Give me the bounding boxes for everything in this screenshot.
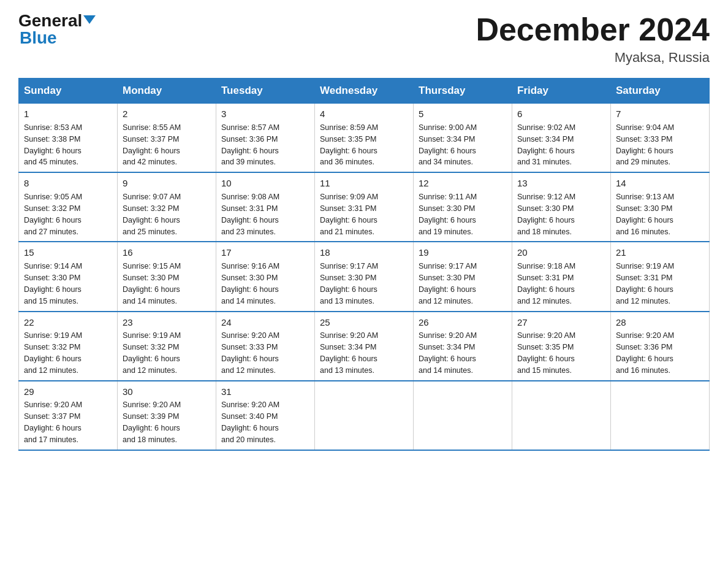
day-number: 19 (419, 246, 507, 259)
calendar-cell: 4Sunrise: 8:59 AMSunset: 3:35 PMDaylight… (315, 104, 414, 173)
calendar-cell: 27Sunrise: 9:20 AMSunset: 3:35 PMDayligh… (512, 312, 611, 381)
calendar-cell (315, 381, 414, 450)
day-info: Sunrise: 9:20 AMSunset: 3:40 PMDaylight:… (221, 400, 279, 444)
calendar-cell: 8Sunrise: 9:05 AMSunset: 3:32 PMDaylight… (19, 172, 118, 242)
calendar-cell: 12Sunrise: 9:11 AMSunset: 3:30 PMDayligh… (414, 172, 512, 242)
day-info: Sunrise: 9:18 AMSunset: 3:31 PMDaylight:… (517, 262, 575, 305)
calendar-cell: 15Sunrise: 9:14 AMSunset: 3:30 PMDayligh… (19, 242, 118, 311)
day-number: 18 (320, 246, 408, 259)
day-number: 27 (517, 316, 605, 329)
calendar-body: 1Sunrise: 8:53 AMSunset: 3:38 PMDaylight… (19, 104, 710, 450)
page-title: December 2024 (476, 12, 710, 47)
calendar-cell: 22Sunrise: 9:19 AMSunset: 3:32 PMDayligh… (19, 312, 118, 381)
day-info: Sunrise: 9:20 AMSunset: 3:39 PMDaylight:… (123, 400, 181, 444)
header-saturday: Saturday (611, 79, 710, 104)
day-info: Sunrise: 8:57 AMSunset: 3:36 PMDaylight:… (221, 123, 279, 167)
day-info: Sunrise: 9:04 AMSunset: 3:33 PMDaylight:… (616, 123, 674, 167)
calendar-cell: 1Sunrise: 8:53 AMSunset: 3:38 PMDaylight… (19, 104, 118, 173)
day-info: Sunrise: 9:07 AMSunset: 3:32 PMDaylight:… (123, 193, 181, 236)
day-number: 14 (616, 177, 704, 190)
calendar-cell: 30Sunrise: 9:20 AMSunset: 3:39 PMDayligh… (118, 381, 216, 450)
day-number: 7 (616, 107, 704, 121)
day-number: 3 (221, 107, 309, 121)
calendar-week-3: 22Sunrise: 9:19 AMSunset: 3:32 PMDayligh… (19, 312, 710, 381)
calendar-cell: 11Sunrise: 9:09 AMSunset: 3:31 PMDayligh… (315, 172, 414, 242)
logo-general-text: General (18, 12, 82, 29)
day-number: 9 (123, 177, 211, 190)
day-info: Sunrise: 9:05 AMSunset: 3:32 PMDaylight:… (24, 193, 82, 236)
calendar-cell: 17Sunrise: 9:16 AMSunset: 3:30 PMDayligh… (216, 242, 315, 311)
calendar-cell: 6Sunrise: 9:02 AMSunset: 3:34 PMDaylight… (512, 104, 611, 173)
calendar-cell: 10Sunrise: 9:08 AMSunset: 3:31 PMDayligh… (216, 172, 315, 242)
calendar-cell: 26Sunrise: 9:20 AMSunset: 3:34 PMDayligh… (414, 312, 512, 381)
day-number: 8 (24, 177, 112, 190)
page-header: General Blue December 2024 Myaksa, Russi… (18, 12, 710, 66)
day-number: 26 (419, 316, 507, 329)
day-number: 25 (320, 316, 408, 329)
calendar-table: SundayMondayTuesdayWednesdayThursdayFrid… (18, 78, 710, 451)
day-number: 2 (123, 107, 211, 121)
day-info: Sunrise: 9:20 AMSunset: 3:36 PMDaylight:… (616, 331, 674, 375)
day-number: 11 (320, 177, 408, 190)
calendar-cell: 5Sunrise: 9:00 AMSunset: 3:34 PMDaylight… (414, 104, 512, 173)
day-info: Sunrise: 8:59 AMSunset: 3:35 PMDaylight:… (320, 123, 378, 167)
header-tuesday: Tuesday (216, 79, 315, 104)
calendar-cell: 14Sunrise: 9:13 AMSunset: 3:30 PMDayligh… (611, 172, 710, 242)
day-info: Sunrise: 9:17 AMSunset: 3:30 PMDaylight:… (320, 262, 378, 305)
header-thursday: Thursday (414, 79, 512, 104)
title-block: December 2024 Myaksa, Russia (476, 12, 710, 66)
calendar-cell: 31Sunrise: 9:20 AMSunset: 3:40 PMDayligh… (216, 381, 315, 450)
header-monday: Monday (118, 79, 216, 104)
day-info: Sunrise: 9:19 AMSunset: 3:31 PMDaylight:… (616, 262, 674, 305)
day-number: 12 (419, 177, 507, 190)
day-info: Sunrise: 9:17 AMSunset: 3:30 PMDaylight:… (419, 262, 477, 305)
day-info: Sunrise: 9:08 AMSunset: 3:31 PMDaylight:… (221, 193, 279, 236)
day-number: 17 (221, 246, 309, 259)
day-info: Sunrise: 9:12 AMSunset: 3:30 PMDaylight:… (517, 193, 575, 236)
day-info: Sunrise: 8:55 AMSunset: 3:37 PMDaylight:… (123, 123, 181, 167)
calendar-week-0: 1Sunrise: 8:53 AMSunset: 3:38 PMDaylight… (19, 104, 710, 173)
day-number: 13 (517, 177, 605, 190)
day-number: 29 (24, 385, 112, 399)
calendar-cell: 24Sunrise: 9:20 AMSunset: 3:33 PMDayligh… (216, 312, 315, 381)
day-number: 16 (123, 246, 211, 259)
day-number: 28 (616, 316, 704, 329)
day-info: Sunrise: 9:14 AMSunset: 3:30 PMDaylight:… (24, 262, 82, 305)
day-number: 10 (221, 177, 309, 190)
header-wednesday: Wednesday (315, 79, 414, 104)
calendar-cell: 13Sunrise: 9:12 AMSunset: 3:30 PMDayligh… (512, 172, 611, 242)
day-number: 20 (517, 246, 605, 259)
calendar-cell: 21Sunrise: 9:19 AMSunset: 3:31 PMDayligh… (611, 242, 710, 311)
header-sunday: Sunday (19, 79, 118, 104)
calendar-cell (414, 381, 512, 450)
day-info: Sunrise: 9:09 AMSunset: 3:31 PMDaylight:… (320, 193, 378, 236)
day-number: 23 (123, 316, 211, 329)
calendar-cell (512, 381, 611, 450)
logo-triangle-icon (83, 15, 96, 24)
day-number: 30 (123, 385, 211, 399)
day-info: Sunrise: 9:02 AMSunset: 3:34 PMDaylight:… (517, 123, 575, 167)
calendar-cell: 29Sunrise: 9:20 AMSunset: 3:37 PMDayligh… (19, 381, 118, 450)
day-info: Sunrise: 9:20 AMSunset: 3:34 PMDaylight:… (419, 331, 477, 375)
page-subtitle: Myaksa, Russia (476, 50, 710, 66)
header-row: SundayMondayTuesdayWednesdayThursdayFrid… (19, 79, 710, 104)
calendar-cell: 7Sunrise: 9:04 AMSunset: 3:33 PMDaylight… (611, 104, 710, 173)
calendar-cell: 25Sunrise: 9:20 AMSunset: 3:34 PMDayligh… (315, 312, 414, 381)
day-number: 15 (24, 246, 112, 259)
day-info: Sunrise: 9:11 AMSunset: 3:30 PMDaylight:… (419, 193, 477, 236)
day-info: Sunrise: 9:00 AMSunset: 3:34 PMDaylight:… (419, 123, 477, 167)
calendar-cell: 20Sunrise: 9:18 AMSunset: 3:31 PMDayligh… (512, 242, 611, 311)
calendar-cell: 9Sunrise: 9:07 AMSunset: 3:32 PMDaylight… (118, 172, 216, 242)
day-number: 5 (419, 107, 507, 121)
logo: General Blue (18, 12, 96, 47)
calendar-cell: 28Sunrise: 9:20 AMSunset: 3:36 PMDayligh… (611, 312, 710, 381)
day-info: Sunrise: 9:20 AMSunset: 3:37 PMDaylight:… (24, 400, 82, 444)
day-number: 21 (616, 246, 704, 259)
calendar-cell: 23Sunrise: 9:19 AMSunset: 3:32 PMDayligh… (118, 312, 216, 381)
day-number: 22 (24, 316, 112, 329)
calendar-cell: 3Sunrise: 8:57 AMSunset: 3:36 PMDaylight… (216, 104, 315, 173)
day-info: Sunrise: 9:16 AMSunset: 3:30 PMDaylight:… (221, 262, 279, 305)
day-info: Sunrise: 9:19 AMSunset: 3:32 PMDaylight:… (123, 331, 181, 375)
day-number: 6 (517, 107, 605, 121)
day-info: Sunrise: 8:53 AMSunset: 3:38 PMDaylight:… (24, 123, 82, 167)
